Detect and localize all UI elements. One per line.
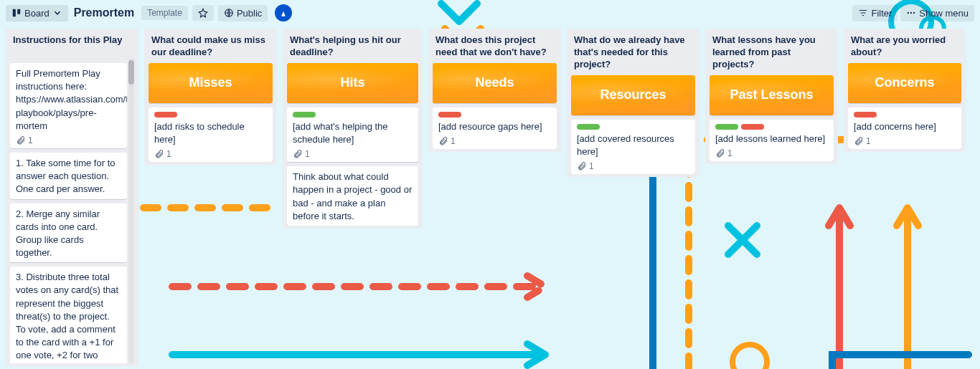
card[interactable]: 1. Take some time for to answer each que… <box>10 153 127 199</box>
attachment-count: 1 <box>305 149 310 159</box>
card[interactable]: [add concerns here]1 <box>848 107 961 149</box>
template-badge[interactable]: Template <box>141 6 188 20</box>
card[interactable]: Resources <box>571 75 695 115</box>
card-text: [add lessons learned here] <box>715 133 828 145</box>
card-badges: 1 <box>438 136 551 146</box>
board-title[interactable]: Premortem <box>74 6 134 19</box>
card-cover: Needs <box>433 63 557 103</box>
card[interactable]: Concerns <box>848 63 961 103</box>
label-green[interactable] <box>715 124 738 130</box>
star-icon <box>198 8 208 18</box>
filter-button[interactable]: Filter <box>852 5 897 21</box>
card[interactable]: Hits <box>287 63 418 103</box>
label-red[interactable] <box>154 112 177 118</box>
card-text: 3. Distribute three total votes on any c… <box>16 271 121 363</box>
label-red[interactable] <box>741 124 764 130</box>
avatar[interactable] <box>275 4 292 21</box>
svg-point-9 <box>913 12 915 14</box>
card[interactable]: [add resource gaps here]1 <box>433 107 557 149</box>
card[interactable]: [add lessons learned here]1 <box>710 120 834 161</box>
list-title[interactable]: Instructions for this Play <box>10 33 134 59</box>
card-cover: Hits <box>287 63 418 103</box>
list-cards: Hits[add what's helping the schedule her… <box>287 63 418 226</box>
card[interactable]: Misses <box>149 63 273 103</box>
card-badges: 1 <box>577 161 689 171</box>
card[interactable]: 3. Distribute three total votes on any c… <box>10 267 127 363</box>
visibility-label: Public <box>237 8 262 19</box>
show-menu-button[interactable]: Show menu <box>900 5 974 21</box>
card-badges: 1 <box>16 135 121 145</box>
star-button[interactable] <box>192 5 214 21</box>
visibility-button[interactable]: Public <box>218 5 268 21</box>
card[interactable]: Full Premortem Play instructions here: h… <box>10 63 127 148</box>
list: What lessons have you learned from past … <box>705 29 838 164</box>
list: What do we already have that's needed fo… <box>567 29 699 177</box>
list-cards: InstructionsFull Premortem Play instruct… <box>10 59 127 363</box>
attachment-icon <box>293 149 303 159</box>
list: What does this project need that we don'… <box>428 29 561 152</box>
card[interactable]: Needs <box>433 63 557 103</box>
list-title[interactable]: What lessons have you learned from past … <box>710 33 834 75</box>
card[interactable]: Think about what could happen in a proje… <box>287 166 418 226</box>
card-text: Think about what could happen in a proje… <box>293 171 413 223</box>
attachment-icon <box>854 136 864 146</box>
list: What could make us miss our deadline?Mis… <box>144 29 277 165</box>
list-title[interactable]: What do we already have that's needed fo… <box>571 33 695 75</box>
label-red[interactable] <box>438 112 461 118</box>
view-switcher[interactable]: Board <box>6 5 68 21</box>
attachment-icon <box>577 161 587 171</box>
card-text: [add concerns here] <box>854 120 956 133</box>
card-text: [add risks to schedule here] <box>154 120 267 146</box>
list-title[interactable]: What does this project need that we don'… <box>433 33 557 63</box>
attachment-count: 1 <box>451 136 456 146</box>
svg-rect-4 <box>13 9 16 17</box>
label-green[interactable] <box>577 124 600 130</box>
list-title[interactable]: What are you worried about? <box>848 33 961 63</box>
list: What's helping us hit our deadline?Hits[… <box>283 29 423 229</box>
card-text: Full Premortem Play instructions here: h… <box>16 67 121 133</box>
attachment-count: 1 <box>28 135 33 145</box>
svg-rect-5 <box>17 9 20 14</box>
attachment-icon <box>438 136 448 146</box>
board-header: Board Premortem Template Public Filter S… <box>0 0 980 26</box>
card-text: 1. Take some time for to answer each que… <box>16 157 121 196</box>
scrollbar-thumb[interactable] <box>128 60 134 85</box>
board-icon <box>11 8 22 18</box>
label-green[interactable] <box>293 112 316 118</box>
card[interactable]: [add risks to schedule here]1 <box>149 107 273 162</box>
card[interactable]: 2. Merge any similar cards into one card… <box>10 203 127 263</box>
attachment-icon <box>16 135 26 145</box>
card-text: [add covered resources here] <box>577 133 689 158</box>
label-red[interactable] <box>854 112 877 118</box>
globe-icon <box>224 8 234 18</box>
svg-point-7 <box>908 12 909 14</box>
list-title[interactable]: What could make us miss our deadline? <box>149 33 273 63</box>
card-badges: 1 <box>854 136 956 146</box>
list-cards: Resources[add covered resources here]1 <box>571 75 695 174</box>
card-text: 2. Merge any similar cards into one card… <box>16 208 121 260</box>
card-labels <box>577 124 689 130</box>
svg-point-8 <box>910 12 912 14</box>
card-badges: 1 <box>293 149 413 159</box>
filter-icon <box>858 8 868 18</box>
list: What are you worried about?Concerns[add … <box>844 29 966 152</box>
card[interactable]: [add what's helping the schedule here]1 <box>287 107 418 162</box>
card[interactable]: Past Lessons <box>710 75 834 115</box>
attachment-count: 1 <box>866 136 871 146</box>
attachment-count: 1 <box>166 149 171 159</box>
card-cover: Resources <box>571 75 695 115</box>
list-cards: Needs[add resource gaps here]1 <box>433 63 557 149</box>
card-badges: 1 <box>715 148 828 158</box>
card[interactable]: [add covered resources here]1 <box>571 120 695 174</box>
card-labels <box>154 112 267 118</box>
card-labels <box>715 124 828 130</box>
show-menu-label: Show menu <box>919 8 969 19</box>
attachment-count: 1 <box>589 161 594 171</box>
list-title[interactable]: What's helping us hit our deadline? <box>287 33 418 63</box>
scrollbar[interactable] <box>128 59 134 363</box>
card-badges: 1 <box>154 149 267 159</box>
attachment-icon <box>715 148 725 158</box>
list: Instructions for this PlayInstructionsFu… <box>6 29 138 366</box>
view-switcher-label: Board <box>24 8 50 19</box>
list-cards: Past Lessons[add lessons learned here]1 <box>710 75 834 161</box>
